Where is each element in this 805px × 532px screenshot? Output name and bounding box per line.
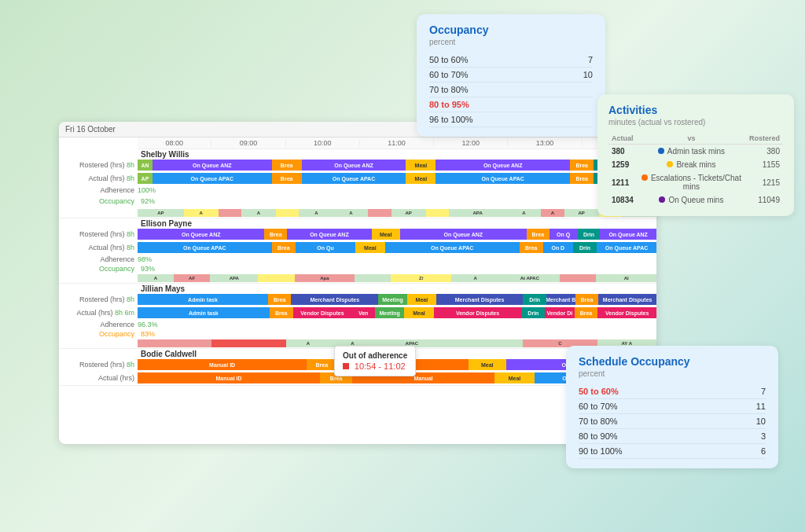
occupancy-card: Occupancy percent 50 to 60% 7 60 to 70% … bbox=[417, 14, 605, 137]
adh-block: A bbox=[299, 209, 333, 217]
adh-timeline-shelby: AP A A A A AP APA A A AP AE A bbox=[138, 209, 656, 217]
bar: Manual ID bbox=[138, 359, 307, 370]
time-slot-2: 09:00 bbox=[211, 139, 285, 147]
sched-occ-subtitle: percent bbox=[579, 369, 766, 378]
time-slot-6: 13:00 bbox=[508, 139, 582, 147]
bar: AN bbox=[138, 160, 153, 171]
adh-block: Apa bbox=[295, 274, 355, 282]
occ-label-1: 50 to 60% bbox=[429, 55, 469, 64]
adh-blocks-shelby: AP A A A A AP APA A A AP AE A bbox=[59, 208, 656, 218]
time-slot-1: 08:00 bbox=[138, 139, 211, 147]
adh-block: A bbox=[541, 209, 564, 217]
adherence-meta-shelby: Adherence 100% bbox=[59, 185, 656, 195]
bar: Admin task bbox=[138, 307, 270, 318]
schedule-occupancy-card: Schedule Occupancy percent 50 to 60% 7 6… bbox=[566, 346, 778, 468]
dot-icon-1 bbox=[658, 148, 664, 154]
sched-occ-value-4: 3 bbox=[761, 431, 766, 441]
main-container: Fri 16 October 08:00 09:00 10:00 11:00 1… bbox=[0, 0, 805, 532]
occupancy-title: Occupancy bbox=[429, 24, 593, 36]
occ-value-1: 7 bbox=[588, 55, 593, 64]
adh-block bbox=[560, 274, 596, 282]
bar: On Queue ANZ bbox=[600, 229, 656, 240]
adh-block bbox=[426, 209, 449, 217]
occupancy-value-jillian: 83% bbox=[138, 330, 155, 338]
adh-timeline-ellison: A AF APA Apa Z/ A At APAC Al bbox=[138, 274, 656, 282]
adh-block: A bbox=[241, 209, 276, 217]
adh-block bbox=[219, 209, 241, 217]
act-actual-3: 1211 bbox=[608, 171, 637, 193]
adherence-value-jillian: 96.3% bbox=[138, 321, 158, 328]
act-desc-1: Admin task mins bbox=[667, 147, 725, 156]
bar: Ven bbox=[351, 307, 375, 318]
bar: On Queue APAC bbox=[302, 173, 406, 184]
bar: On D bbox=[543, 242, 573, 253]
adh-block: A bbox=[138, 274, 174, 282]
bar: Brea bbox=[270, 307, 293, 318]
adh-block: APA bbox=[449, 209, 506, 217]
bar: Vendor Disputes bbox=[293, 307, 352, 318]
sched-occ-row-2: 60 to 70% 11 bbox=[579, 399, 766, 414]
adh-block: A bbox=[506, 209, 541, 217]
adherence-value-ellison: 98% bbox=[138, 255, 152, 263]
bar: Meal bbox=[372, 229, 400, 240]
sched-occ-label-4: 80 to 90% bbox=[579, 431, 618, 441]
adh-block: Al bbox=[596, 274, 656, 282]
bar: Drin bbox=[578, 229, 601, 240]
bar: Meal bbox=[406, 173, 436, 184]
rostered-timeline-jillian: Admin task Brea Merchant Disputes Meetin… bbox=[138, 294, 656, 305]
occupancy-value-ellison: 93% bbox=[138, 265, 155, 273]
act-roster-3: 1215 bbox=[746, 171, 783, 193]
bar: Meal bbox=[404, 307, 433, 318]
bar: On Queue ANZ bbox=[436, 160, 570, 171]
sched-occ-value-1: 7 bbox=[761, 387, 766, 396]
bar: Meal bbox=[494, 372, 535, 383]
occupancy-meta-ellison: Occupancy 93% bbox=[59, 264, 656, 273]
bar: On Queue ANZ bbox=[153, 160, 272, 171]
col-rostered: Rostered bbox=[746, 133, 783, 145]
agent-name-bodie: Bodie Caldwell bbox=[138, 348, 200, 360]
adh-block: APA bbox=[210, 274, 258, 282]
bar: Vendor Disputes bbox=[597, 307, 656, 318]
adh-block: At APAC bbox=[499, 274, 560, 282]
adh-block bbox=[368, 209, 391, 217]
adherence-value-shelby: 100% bbox=[138, 186, 156, 194]
bar: Brea bbox=[272, 173, 302, 184]
bar: Meal bbox=[469, 359, 506, 370]
adherence-meta-jillian: Adherence 96.3% bbox=[59, 320, 656, 329]
actual-row-jillian: Actual (hrs) 8h 6m Admin task Brea Vendo… bbox=[59, 306, 656, 319]
occ-label-4: 80 to 95% bbox=[429, 100, 469, 109]
occ-row-1: 50 to 60% 7 bbox=[429, 53, 593, 68]
act-row-2: 1259 Break mins 1155 bbox=[608, 158, 783, 171]
agent-name-row-jillian: Jillian Mays bbox=[59, 284, 656, 293]
bar: Merchant Disputes bbox=[291, 294, 378, 305]
act-row-1: 380 Admin task mins 380 bbox=[608, 145, 783, 159]
bar: Merchant Disputes bbox=[436, 294, 524, 305]
occ-row-5: 96 to 100% bbox=[429, 112, 593, 127]
occ-row-2: 60 to 70% 10 bbox=[429, 68, 593, 83]
agent-section-jillian: Jillian Mays Rostered (hrs) 8h Admin tas… bbox=[59, 284, 656, 349]
bar: On Queue ANZ bbox=[302, 160, 406, 171]
adh-block bbox=[138, 339, 211, 347]
bar: Meal bbox=[406, 160, 436, 171]
adh-block: A bbox=[451, 274, 499, 282]
bar: Merchant B bbox=[546, 294, 575, 305]
adherence-meta-ellison: Adherence 98% bbox=[59, 255, 656, 264]
bar: Brea bbox=[272, 160, 302, 171]
adh-block bbox=[355, 274, 391, 282]
bar: On Queue APAC bbox=[138, 242, 272, 253]
occupancy-meta-jillian: Occupancy 83% bbox=[59, 329, 656, 339]
col-vs: vs bbox=[637, 133, 746, 145]
adh-block: A bbox=[333, 209, 368, 217]
sched-occ-value-5: 6 bbox=[761, 446, 766, 456]
adh-block: Z/ bbox=[391, 274, 451, 282]
bar: Drin bbox=[523, 294, 546, 305]
bar: Meeting bbox=[378, 294, 407, 305]
tooltip: Out of adherence 10:54 - 11:02 bbox=[334, 346, 416, 376]
act-roster-4: 11049 bbox=[746, 193, 783, 207]
rostered-timeline-ellison: On Queue ANZ Brea On Queue ANZ Meal On Q… bbox=[138, 229, 656, 240]
act-desc-4: On Queue mins bbox=[668, 196, 723, 204]
bar: Meal bbox=[407, 294, 436, 305]
rostered-row-shelby: Rostered (hrs) 8h AN On Queue ANZ Brea O… bbox=[59, 159, 656, 171]
bar: Brea bbox=[307, 359, 336, 370]
sched-occ-row-5: 90 to 100% 6 bbox=[579, 444, 766, 459]
